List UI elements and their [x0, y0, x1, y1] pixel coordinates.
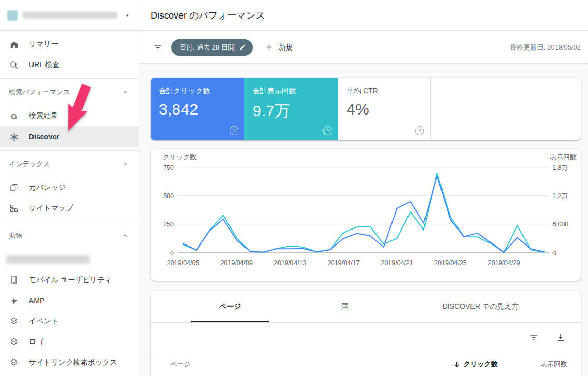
metric-card-total-clicks[interactable]: 合計クリック数 3,842 ? [151, 78, 244, 140]
sidebar-item-coverage[interactable]: カバレッジ [0, 177, 139, 198]
performance-line-chart[interactable]: 002506,0005001.2万7501.8万クリック数表示回数2019/04… [151, 149, 581, 281]
sidebar-item-sitemaps[interactable]: サイトマップ [0, 198, 139, 219]
section-label: インデックス [9, 159, 50, 169]
sidebar-item-label: サマリー [29, 40, 58, 49]
top-bar: Discover のパフォーマンス [139, 0, 588, 31]
sidebar-section-index: インデックス カバレッジ サイトマップ [0, 150, 139, 222]
date-range-label: 日付: 過去 28 日間 [179, 43, 235, 52]
section-label: 拡張 [9, 231, 22, 240]
column-header-page[interactable]: ページ [170, 359, 453, 369]
sidebar-item-label: サイトマップ [29, 204, 73, 213]
sidebar-section-enhancements: 拡張 モバイル ユーザビリティ AMP [0, 222, 139, 376]
sort-descending-icon [453, 361, 460, 368]
column-header-label: クリック数 [464, 359, 498, 369]
sidebar-item-redacted[interactable] [0, 249, 139, 270]
metric-value: 9.7万 [253, 101, 330, 122]
metrics-row: 合計クリック数 3,842 ? 合計表示回数 9.7万 ? 平均 CTR 4% … [151, 78, 581, 140]
active-tab-underline [191, 321, 269, 322]
caret-down-icon[interactable] [124, 12, 130, 19]
help-icon[interactable]: ? [323, 126, 332, 135]
download-icon[interactable] [555, 332, 566, 343]
property-favicon [7, 10, 18, 21]
plus-icon [264, 42, 274, 52]
sidebar: サマリー URL 検査 検索パフォーマンス G 検索結果 [0, 0, 139, 376]
sidebar-item-discover[interactable]: Discover [0, 126, 139, 147]
svg-text:2019/04/21: 2019/04/21 [381, 259, 413, 267]
svg-text:表示回数: 表示回数 [550, 153, 577, 161]
sidebar-item-events[interactable]: イベント [0, 311, 139, 332]
svg-text:500: 500 [163, 192, 174, 200]
section-header-enhancements[interactable]: 拡張 [0, 222, 139, 249]
column-header-impressions[interactable]: 表示回数 [498, 359, 567, 369]
svg-text:2019/04/09: 2019/04/09 [220, 259, 253, 267]
help-icon[interactable]: ? [415, 126, 424, 135]
sidebar-item-url-inspection[interactable]: URL 検査 [0, 55, 139, 75]
sidebar-item-label: Discover [29, 133, 59, 141]
search-icon [9, 60, 19, 70]
svg-text:0: 0 [170, 250, 174, 257]
metric-value: 3,842 [159, 101, 236, 118]
svg-text:750: 750 [163, 164, 174, 171]
sidebar-item-label: 検索結果 [29, 111, 58, 121]
rich-result-layers-icon [9, 357, 19, 368]
metric-card-total-impressions[interactable]: 合計表示回数 9.7万 ? [244, 78, 338, 140]
svg-text:2019/04/17: 2019/04/17 [328, 259, 360, 267]
svg-text:2019/04/29: 2019/04/29 [488, 259, 520, 267]
sidebar-item-search-results[interactable]: G 検索結果 [0, 106, 139, 126]
sidebar-item-label: URL 検査 [29, 60, 59, 70]
tab-label: ページ [219, 302, 241, 312]
sidebar-top-group: サマリー URL 検査 [0, 31, 139, 78]
property-selector[interactable] [0, 0, 139, 31]
lightning-bolt-icon [9, 296, 19, 306]
search-console-app: サマリー URL 検査 検索パフォーマンス G 検索結果 [0, 0, 588, 376]
help-icon[interactable]: ? [230, 126, 238, 135]
table-header-row: ページ クリック数 表示回数 [151, 352, 581, 376]
sidebar-item-mobile-usability[interactable]: モバイル ユーザビリティ [0, 270, 139, 290]
tab-discover-appearance[interactable]: DISCOVER での見え方 [380, 291, 581, 322]
svg-text:2019/04/25: 2019/04/25 [434, 259, 467, 267]
discover-asterisk-icon [9, 132, 19, 142]
sidebar-item-summary[interactable]: サマリー [0, 34, 139, 55]
section-header-search-performance[interactable]: 検索パフォーマンス [0, 79, 139, 106]
svg-text:クリック数: クリック数 [162, 153, 197, 161]
home-icon [9, 39, 19, 50]
tab-countries[interactable]: 国 [310, 291, 381, 322]
sidebar-item-label: サイトリンク検索ボックス [29, 358, 117, 367]
svg-text:2019/04/05: 2019/04/05 [167, 259, 200, 267]
coverage-copy-icon [9, 183, 19, 193]
svg-text:6,000: 6,000 [552, 221, 568, 228]
metric-label: 平均 CTR [347, 87, 422, 96]
sidebar-item-sitelinks-searchbox[interactable]: サイトリンク検索ボックス [0, 352, 139, 373]
chevron-up-icon [122, 161, 128, 167]
tab-pages[interactable]: ページ [151, 291, 310, 322]
table-filter-icon[interactable] [528, 332, 540, 343]
metric-card-average-ctr[interactable]: 平均 CTR 4% ? [338, 78, 431, 140]
sidebar-item-label: AMP [29, 297, 44, 305]
date-range-chip[interactable]: 日付: 過去 28 日間 [171, 39, 253, 56]
section-header-index[interactable]: インデックス [0, 151, 139, 177]
tab-row: ページ 国 DISCOVER での見え方 [151, 291, 581, 323]
tab-label: DISCOVER での見え方 [443, 302, 519, 312]
sidebar-item-logos[interactable]: ロゴ [0, 332, 139, 352]
last-updated-text: 最終更新日: 2019/05/02 [510, 43, 581, 52]
mobile-phone-icon [9, 275, 19, 285]
column-header-clicks[interactable]: クリック数 [453, 359, 498, 369]
pencil-edit-icon [239, 44, 246, 51]
svg-text:2019/04/13: 2019/04/13 [274, 259, 306, 267]
filter-icon[interactable] [152, 41, 164, 54]
sitemap-icon [9, 203, 19, 214]
table-toolbar [151, 323, 581, 352]
svg-text:1.2万: 1.2万 [552, 192, 568, 200]
metric-label: 合計クリック数 [159, 87, 236, 96]
sidebar-section-search-performance: 検索パフォーマンス G 検索結果 Discover [0, 78, 139, 150]
new-filter-label: 新規 [279, 43, 293, 52]
page-title: Discover のパフォーマンス [151, 9, 265, 22]
chevron-up-icon [122, 89, 128, 95]
new-filter-button[interactable]: 新規 [264, 42, 293, 52]
sidebar-item-label: イベント [29, 317, 58, 326]
google-g-icon: G [9, 111, 19, 121]
rich-result-layers-icon [9, 337, 19, 347]
sidebar-item-amp[interactable]: AMP [0, 290, 139, 311]
rich-result-layers-icon [9, 316, 19, 326]
performance-chart-card: 002506,0005001.2万7501.8万クリック数表示回数2019/04… [151, 149, 581, 281]
